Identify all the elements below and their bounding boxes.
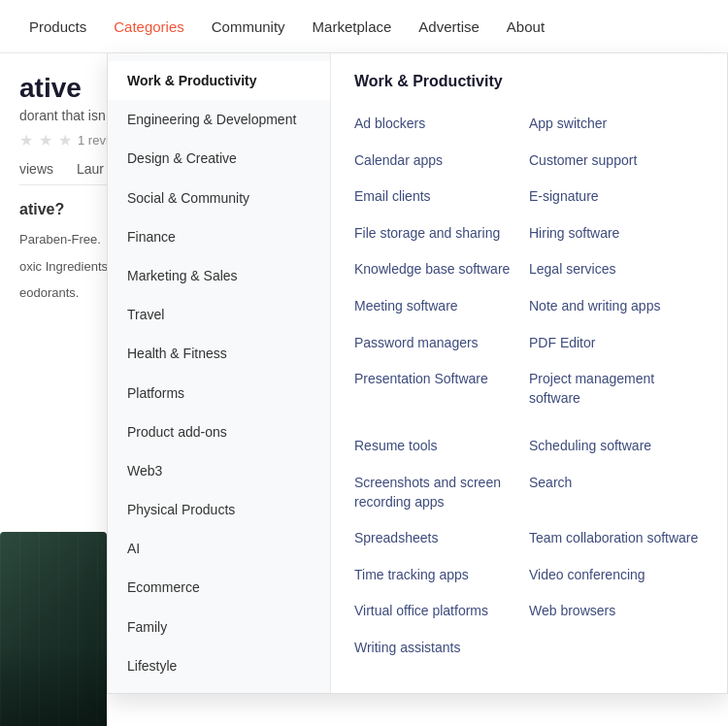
nav-item-advertise[interactable]: Advertise xyxy=(405,11,493,43)
sidebar-item-ai[interactable]: AI xyxy=(108,529,330,568)
sidebar-item-work-productivity[interactable]: Work & Productivity xyxy=(108,61,330,100)
link-video-conferencing[interactable]: Video conferencing xyxy=(529,557,704,594)
sidebar-item-social[interactable]: Social & Community xyxy=(108,179,330,217)
link-app-switcher[interactable]: App switcher xyxy=(529,106,704,143)
link-meeting-software[interactable]: Meeting software xyxy=(354,288,529,325)
link-customer-support[interactable]: Customer support xyxy=(529,143,704,180)
link-e-signature[interactable]: E-signature xyxy=(529,179,704,215)
tab-launch[interactable]: Laur xyxy=(77,161,104,184)
link-password-managers[interactable]: Password managers xyxy=(354,325,529,362)
star-2: ★ xyxy=(39,131,52,149)
sidebar-item-physical[interactable]: Physical Products xyxy=(108,490,330,529)
categories-sidebar: Work & Productivity Engineering & Develo… xyxy=(108,53,331,693)
link-note-writing[interactable]: Note and writing apps xyxy=(529,288,704,325)
product-image xyxy=(0,532,107,726)
product-image-detail xyxy=(0,532,107,726)
link-search[interactable]: Search xyxy=(529,465,704,520)
sidebar-item-platforms[interactable]: Platforms xyxy=(108,374,330,412)
link-presentation[interactable]: Presentation Software xyxy=(354,361,529,416)
link-pdf-editor[interactable]: PDF Editor xyxy=(529,325,704,362)
nav-item-categories[interactable]: Categories xyxy=(100,11,198,43)
link-scheduling[interactable]: Scheduling software xyxy=(529,428,704,465)
link-knowledge-base[interactable]: Knowledge base software xyxy=(354,251,529,288)
star-3: ★ xyxy=(58,131,72,149)
link-hiring-software[interactable]: Hiring software xyxy=(529,215,704,252)
link-web-browsers[interactable]: Web browsers xyxy=(529,593,704,630)
link-writing-assistants[interactable]: Writing assistants xyxy=(354,630,529,667)
empty-cell xyxy=(529,630,704,667)
divider-1 xyxy=(354,416,704,428)
categories-dropdown: Work & Productivity Engineering & Develo… xyxy=(107,53,728,694)
dropdown-links-grid: Ad blockers App switcher Calendar apps C… xyxy=(354,106,704,667)
link-email-clients[interactable]: Email clients xyxy=(354,179,529,215)
sidebar-item-health[interactable]: Health & Fitness xyxy=(108,334,330,373)
tab-views[interactable]: views xyxy=(19,161,53,184)
link-file-storage[interactable]: File storage and sharing xyxy=(354,215,529,252)
sidebar-item-ecommerce[interactable]: Ecommerce xyxy=(108,568,330,607)
link-project-management[interactable]: Project management software xyxy=(529,361,704,416)
sidebar-item-travel[interactable]: Travel xyxy=(108,295,330,334)
dropdown-content-panel: Work & Productivity Ad blockers App swit… xyxy=(331,53,727,693)
sidebar-item-lifestyle[interactable]: Lifestyle xyxy=(108,646,330,685)
sidebar-item-product-addons[interactable]: Product add-ons xyxy=(108,412,330,451)
dropdown-content-title: Work & Productivity xyxy=(354,73,704,90)
sidebar-item-family[interactable]: Family xyxy=(108,608,330,646)
sidebar-item-design[interactable]: Design & Creative xyxy=(108,139,330,178)
sidebar-item-engineering[interactable]: Engineering & Development xyxy=(108,100,330,139)
link-time-tracking[interactable]: Time tracking apps xyxy=(354,557,529,594)
link-team-collab[interactable]: Team collaboration software xyxy=(529,520,704,557)
link-spreadsheets[interactable]: Spreadsheets xyxy=(354,520,529,557)
sidebar-item-web3[interactable]: Web3 xyxy=(108,451,330,490)
link-calendar-apps[interactable]: Calendar apps xyxy=(354,143,529,180)
star-1: ★ xyxy=(19,131,33,149)
sidebar-item-finance[interactable]: Finance xyxy=(108,217,330,256)
link-legal-services[interactable]: Legal services xyxy=(529,251,704,288)
link-screenshots[interactable]: Screenshots and screen recording apps xyxy=(354,465,529,520)
nav-item-products[interactable]: Products xyxy=(16,11,100,43)
link-ad-blockers[interactable]: Ad blockers xyxy=(354,106,529,143)
link-virtual-office[interactable]: Virtual office platforms xyxy=(354,593,529,630)
link-resume-tools[interactable]: Resume tools xyxy=(354,428,529,465)
nav-item-marketplace[interactable]: Marketplace xyxy=(299,11,406,43)
sidebar-item-marketing[interactable]: Marketing & Sales xyxy=(108,256,330,295)
nav-item-community[interactable]: Community xyxy=(198,11,299,43)
nav-item-about[interactable]: About xyxy=(493,11,558,43)
nav-bar: Products Categories Community Marketplac… xyxy=(0,0,728,53)
